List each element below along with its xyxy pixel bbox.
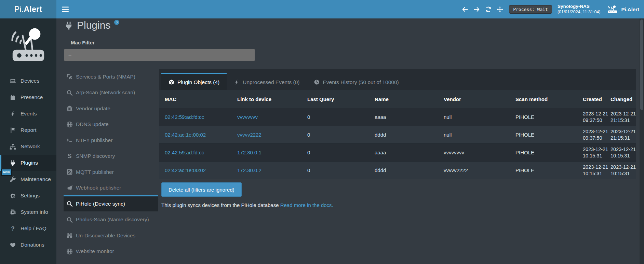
sidebar-item-system-info[interactable]: System info	[0, 204, 56, 220]
name-cell: dddd	[375, 132, 444, 138]
plugin-nav-item-arpscan[interactable]: Arp-Scan (Network scan)	[64, 84, 158, 100]
arrow-right-icon	[473, 6, 480, 13]
app-brand-right[interactable]: Pi.Alert	[607, 4, 639, 14]
changed-cell: 2023-12-21 10:15:31	[611, 164, 636, 177]
plugin-nav-item-snmp[interactable]: S SNMP discovery	[64, 148, 158, 164]
scrollbar-thumb[interactable]	[640, 19, 643, 110]
plugin-nav-label: Services & Ports (NMAP)	[76, 74, 135, 80]
cube-icon	[169, 79, 174, 85]
created-time: 09:37:50	[583, 135, 611, 141]
sidebar-menu: Devices Presence Events Report Network P…	[0, 73, 56, 253]
refresh-button[interactable]	[482, 0, 494, 18]
navbar-right-cluster: Process: Wait Synology-NAS (01/01/2024, …	[459, 0, 639, 18]
sidebar-item-label: Donations	[21, 242, 44, 248]
sidebar-item-devices[interactable]: Devices	[0, 73, 56, 89]
changed-date: 2023-12-21	[611, 146, 636, 153]
sidebar-item-label: System info	[21, 209, 48, 215]
table-row: 02:42:ac:1e:00:02 vvvvv2222 0 dddd null …	[159, 126, 636, 143]
app-logo[interactable]: Pi.Alert	[0, 0, 56, 18]
plugin-nav-item-vendor-update[interactable]: Vendor update	[64, 100, 158, 116]
mac-link[interactable]: 02:42:ac:1e:00:02	[165, 132, 237, 138]
plugin-nav-label: NTFY publisher	[76, 137, 112, 143]
changed-time: 21:15:31	[611, 135, 636, 141]
changed-time: 21:15:31	[611, 117, 636, 124]
created-date: 2023-12-21	[583, 146, 611, 153]
column-header-scan-method: Scan method	[515, 96, 583, 102]
sidebar-item-label: Settings	[21, 193, 40, 199]
plugin-nav-item-webhook[interactable]: Webhook publisher	[64, 180, 158, 196]
mac-link[interactable]: 02:42:ac:1e:00:02	[165, 167, 237, 173]
sidebar-item-presence[interactable]: Presence	[0, 89, 56, 106]
brand-suffix: Alert	[24, 5, 42, 14]
delete-all-button[interactable]: Delete all (filters are ignored)	[161, 182, 242, 197]
plugin-nav-item-ddns[interactable]: DDNS update	[64, 116, 158, 132]
sidebar-item-label: Events	[21, 111, 37, 117]
bolt-icon	[10, 111, 16, 117]
tab-unprocessed-events[interactable]: Unprocessed Events (0)	[227, 73, 307, 90]
nav-forward-button[interactable]	[471, 0, 482, 18]
sidebar-item-network[interactable]: Network	[0, 138, 56, 155]
tab-events-history[interactable]: Events History (50 out of 10000)	[307, 73, 406, 90]
created-time: 10:15:31	[583, 170, 611, 177]
plugin-detail-card: Plugin Objects (4) Unprocessed Events (0…	[159, 69, 636, 179]
scan-method-cell: PIHOLE	[515, 167, 583, 173]
tab-plugin-objects[interactable]: Plugin Objects (4)	[161, 73, 227, 90]
sidebar-item-help-faq[interactable]: ? Help / FAQ	[0, 220, 56, 237]
page-header: Plugins ?	[64, 18, 119, 32]
sidebar-toggle-button[interactable]	[57, 0, 73, 18]
device-link[interactable]: vvvvv2222	[237, 132, 307, 138]
mac-filter-input[interactable]	[64, 49, 255, 61]
move-arrows-icon	[497, 6, 503, 13]
plugin-nav-item-ntfy[interactable]: NTFY publisher	[64, 132, 158, 148]
device-link[interactable]: vvvvvvvv	[237, 114, 307, 120]
changed-cell: 2023-12-21 21:15:31	[611, 128, 636, 141]
sidebar-item-events[interactable]: Events	[0, 106, 56, 122]
rss-square-icon	[66, 169, 73, 175]
created-cell: 2023-12-21 10:15:31	[583, 164, 611, 177]
device-link[interactable]: 172.30.0.1	[237, 150, 307, 155]
plugin-nav-label: Webhook publisher	[76, 185, 121, 191]
table-row: 02:42:59:ad:fd:cc 172.30.0.1 0 aaaa vvvv…	[159, 143, 636, 161]
created-cell: 2023-12-21 09:37:50	[583, 128, 611, 141]
plugin-nav-item-nmap[interactable]: Services & Ports (NMAP)	[64, 68, 158, 84]
mac-link[interactable]: 02:42:59:ad:fd:cc	[165, 150, 237, 155]
plugin-nav-item-pihole[interactable]: PiHole (Device sync)	[64, 195, 158, 211]
changed-cell: 2023-12-21 10:15:31	[611, 146, 636, 159]
table-row: 02:42:ac:1e:00:02 172.30.0.2 0 dddd vvvv…	[159, 161, 636, 179]
fullscreen-move-button[interactable]	[494, 0, 506, 18]
tab-label: Plugin Objects (4)	[177, 79, 219, 85]
host-timestamp: (01/01/2024, 11:31:04)	[558, 10, 601, 15]
host-info: Synology-NAS (01/01/2024, 11:31:04)	[558, 4, 601, 15]
vendor-cell: vvvvvvvv	[444, 150, 515, 155]
plugin-nav-item-mqtt[interactable]: MQTT publisher	[64, 164, 158, 180]
calendar-icon	[10, 94, 16, 101]
page-scrollbar[interactable]	[640, 18, 644, 264]
last-query-cell: 0	[307, 114, 375, 120]
plugin-nav-label: MQTT publisher	[76, 169, 114, 175]
device-link[interactable]: 172.30.0.2	[237, 167, 307, 173]
sidebar-item-plugins[interactable]: Plugins	[0, 155, 56, 171]
created-date: 2023-12-21	[583, 128, 611, 135]
docs-link[interactable]: Read more in the docs.	[280, 202, 333, 208]
sidebar-item-donations[interactable]: Donations	[0, 237, 56, 253]
sidebar-item-label: Devices	[21, 78, 39, 84]
router-brand-icon	[607, 4, 618, 14]
plugin-nav-item-website-monitor[interactable]: Website monitor	[64, 243, 158, 259]
sidebar-item-label: Help / FAQ	[21, 225, 46, 232]
sidebar-item-settings[interactable]: Settings	[0, 187, 56, 204]
vendor-cell: null	[444, 132, 515, 138]
terminal-icon	[66, 137, 73, 143]
svg-text:?: ?	[11, 225, 14, 232]
plugin-nav-list: Services & Ports (NMAP) Arp-Scan (Networ…	[64, 68, 158, 259]
nav-back-button[interactable]	[459, 0, 471, 18]
plugin-nav-item-undiscoverable[interactable]: Un-Discoverable Devices	[64, 227, 158, 243]
plugin-nav-item-pholus[interactable]: Pholus-Scan (Name discovery)	[64, 211, 158, 227]
plugin-description: This plugin syncs devices from the PiHol…	[161, 202, 333, 208]
sidebar-item-report[interactable]: Report	[0, 122, 56, 138]
tab-bar: Plugin Objects (4) Unprocessed Events (0…	[159, 69, 636, 90]
help-badge[interactable]: ?	[114, 20, 119, 25]
mac-link[interactable]: 02:42:59:ad:fd:cc	[165, 114, 237, 120]
last-query-cell: 0	[307, 132, 375, 138]
plugin-nav-label: Arp-Scan (Network scan)	[76, 89, 135, 96]
name-cell: dddd	[375, 167, 444, 173]
